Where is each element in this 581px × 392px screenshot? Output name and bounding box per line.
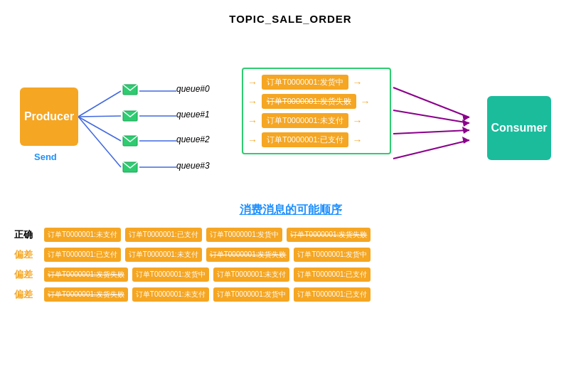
- queue-label-1: queue#1: [176, 110, 210, 120]
- section-title: 消费消息的可能顺序: [14, 203, 567, 218]
- tag-b3-2: 订单T0000001:发货中: [213, 287, 290, 302]
- svg-marker-12: [462, 114, 469, 121]
- arrow-1: →: [247, 96, 257, 107]
- queue-container: → 订单T0000001:发货中 → → 订单T0000001:发货失败 → →…: [242, 68, 391, 154]
- tag-b1-3: 订单T0000001:发货中: [294, 248, 371, 262]
- svg-marker-15: [462, 137, 469, 144]
- tag-b1-0: 订单T0000001:已支付: [44, 248, 121, 262]
- tag-b3-0: 订单T0000001:发货失败: [44, 287, 128, 302]
- tag-c-1: 订单T0000001:已支付: [125, 228, 202, 242]
- label-bias-2: 偏差: [14, 268, 40, 281]
- queue-row-3: → 订单T0000001:已支付 →: [247, 132, 385, 147]
- svg-line-8: [393, 88, 469, 117]
- svg-line-1: [78, 116, 121, 117]
- diagram-top: Producer Send queue#0 queue#1 queue#2 qu…: [0, 25, 581, 217]
- svg-marker-13: [462, 120, 469, 127]
- tag-b3-3: 订单T0000001:已支付: [294, 287, 371, 302]
- arrow-3: →: [247, 134, 257, 146]
- tag-b2-2: 订单T0000001:未支付: [213, 267, 290, 282]
- queue-row-2: → 订单T0000001:未支付 →: [247, 113, 385, 128]
- arrow-out-3: →: [353, 134, 363, 146]
- svg-line-0: [78, 91, 121, 117]
- queue-row-0: → 订单T0000001:发货中 →: [247, 75, 385, 90]
- producer-box: Producer: [20, 88, 78, 146]
- envelope-3: [122, 159, 138, 175]
- msg-1: 订单T0000001:发货失败: [262, 94, 356, 109]
- envelope-2: [122, 133, 138, 149]
- svg-line-10: [393, 130, 469, 134]
- tag-b2-0: 订单T0000001:发货失败: [44, 267, 128, 282]
- arrow-2: →: [247, 115, 257, 127]
- queue-row-1: → 订单T0000001:发货失败 →: [247, 94, 385, 109]
- arrow-out-1: →: [361, 96, 371, 107]
- arrow-out-2: →: [353, 115, 363, 127]
- svg-line-11: [393, 140, 469, 159]
- queue-label-3: queue#3: [176, 161, 210, 171]
- tag-b1-1: 订单T0000001:未支付: [125, 248, 202, 262]
- svg-line-3: [78, 117, 121, 167]
- label-bias-1: 偏差: [14, 248, 40, 261]
- row-bias-1: 偏差 订单T0000001:已支付 订单T0000001:未支付 订单T0000…: [14, 248, 567, 262]
- row-bias-3: 偏差 订单T0000001:发货失败 订单T0000001:未支付 订单T000…: [14, 287, 567, 302]
- svg-line-9: [393, 110, 469, 123]
- row-correct: 正确 订单T0000001:未支付 订单T0000001:已支付 订单T0000…: [14, 228, 567, 242]
- queue-label-2: queue#2: [176, 134, 210, 144]
- producer-label: Producer: [24, 110, 74, 123]
- msg-2: 订单T0000001:未支付: [262, 113, 348, 128]
- page-title: TOPIC_SALE_ORDER: [0, 0, 581, 25]
- queue-label-0: queue#0: [176, 84, 210, 94]
- msg-3: 订单T0000001:已支付: [262, 132, 348, 147]
- bottom-section: 消费消息的可能顺序 正确 订单T0000001:未支付 订单T0000001:已…: [0, 203, 581, 307]
- envelope-1: [122, 108, 138, 124]
- arrow-out-0: →: [353, 77, 363, 88]
- consumer-box: Consumer: [487, 96, 551, 160]
- envelope-0: [122, 82, 138, 97]
- consumer-label: Consumer: [491, 122, 547, 134]
- tag-b2-3: 订单T0000001:已支付: [294, 267, 371, 282]
- arrow-0: →: [247, 77, 257, 88]
- tag-b1-2: 订单T0000001:发货失败: [206, 248, 290, 262]
- send-label: Send: [34, 152, 57, 162]
- svg-marker-14: [462, 127, 469, 134]
- row-bias-2: 偏差 订单T0000001:发货失败 订单T0000001:发货中 订单T000…: [14, 267, 567, 282]
- label-bias-3: 偏差: [14, 288, 40, 301]
- tag-c-2: 订单T0000001:发货中: [206, 228, 283, 242]
- svg-line-2: [78, 117, 121, 141]
- tag-b3-1: 订单T0000001:未支付: [132, 287, 209, 302]
- msg-0: 订单T0000001:发货中: [262, 75, 348, 90]
- tag-b2-1: 订单T0000001:发货中: [132, 267, 209, 282]
- tag-c-0: 订单T0000001:未支付: [44, 228, 121, 242]
- label-correct: 正确: [14, 228, 40, 241]
- tag-c-3: 订单T0000001:发货失败: [287, 228, 371, 242]
